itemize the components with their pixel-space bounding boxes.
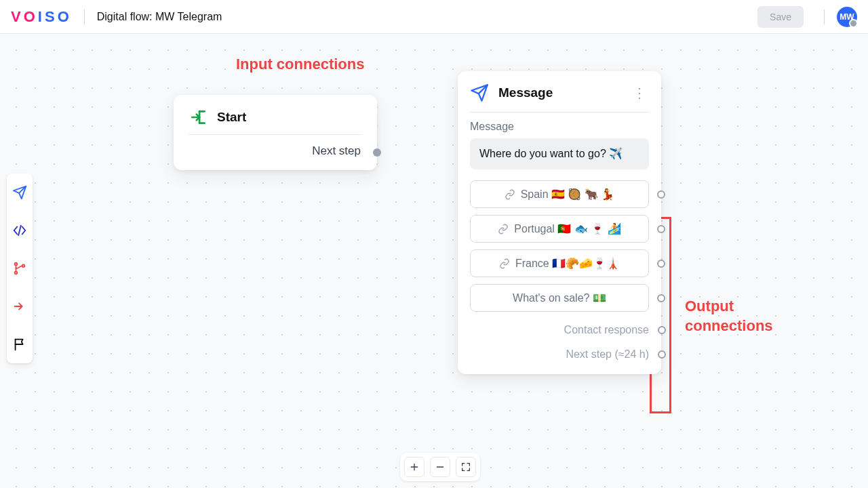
- header-divider: [84, 9, 85, 24]
- start-node-header: Start: [174, 95, 377, 134]
- redirect-tool[interactable]: [7, 287, 33, 325]
- branch-icon: [12, 261, 27, 276]
- contact-response-row: Contact response: [470, 321, 649, 339]
- minus-icon: [435, 462, 446, 472]
- logo: VOISO: [11, 8, 72, 26]
- option-row[interactable]: France 🇫🇷🥐🧀🍷🗼: [470, 249, 649, 277]
- flag-tool[interactable]: [7, 325, 33, 363]
- plus-icon: [409, 462, 420, 472]
- send-icon: [470, 83, 489, 102]
- option-row[interactable]: Spain 🇪🇸 🥘 🐂 💃: [470, 180, 649, 208]
- message-node-title: Message: [498, 85, 620, 100]
- message-options: Spain 🇪🇸 🥘 🐂 💃 Portugal 🇵🇹 🐟 🍷 🏄 France …: [458, 178, 661, 316]
- option-row[interactable]: What's on sale? 💵: [470, 284, 649, 312]
- option-label: France 🇫🇷🥐🧀🍷🗼: [515, 257, 620, 270]
- output-port[interactable]: [658, 326, 666, 334]
- zoom-out-button[interactable]: [430, 457, 450, 477]
- message-body: Where do you want to go? ✈️: [470, 138, 649, 169]
- avatar[interactable]: MW: [837, 7, 857, 27]
- start-node[interactable]: Start Next step: [174, 95, 377, 170]
- zoom-in-button[interactable]: [404, 457, 425, 477]
- output-port[interactable]: [373, 148, 381, 157]
- redirect-icon: [12, 299, 27, 314]
- output-port[interactable]: [657, 225, 665, 233]
- message-tool[interactable]: [7, 174, 33, 211]
- code-icon: [12, 223, 27, 238]
- header-divider-2: [824, 9, 825, 24]
- save-button[interactable]: Save: [757, 6, 804, 28]
- fullscreen-icon: [460, 462, 471, 472]
- link-icon: [505, 189, 515, 200]
- output-port[interactable]: [657, 260, 665, 268]
- output-port[interactable]: [657, 190, 665, 199]
- zoom-controls: [400, 453, 480, 481]
- branch-tool[interactable]: [7, 249, 33, 287]
- divider: [470, 112, 649, 113]
- option-label: Portugal 🇵🇹 🐟 🍷 🏄: [514, 222, 620, 235]
- code-tool[interactable]: [7, 211, 33, 249]
- app-header: VOISO Digital flow: MW Telegram Save MW: [0, 0, 868, 34]
- output-port[interactable]: [658, 350, 666, 359]
- message-node[interactable]: Message ⋮ Message Where do you want to g…: [458, 71, 661, 374]
- trailing-label: Contact response: [564, 324, 649, 336]
- start-icon: [190, 108, 208, 126]
- page-title: Digital flow: MW Telegram: [97, 11, 222, 23]
- trailing-label: Next step (≈24 h): [566, 348, 649, 360]
- send-icon: [12, 185, 27, 200]
- option-label: What's on sale? 💵: [513, 291, 606, 304]
- start-node-next: Next step: [174, 135, 377, 170]
- message-node-header: Message ⋮: [458, 71, 661, 109]
- message-trailing: Contact response Next step (≈24 h): [458, 316, 661, 363]
- node-menu-button[interactable]: ⋮: [630, 85, 649, 101]
- option-label: Spain 🇪🇸 🥘 🐂 💃: [521, 188, 615, 201]
- zoom-fit-button[interactable]: [456, 457, 476, 477]
- annotation-input-label: Input connections: [236, 56, 364, 73]
- link-icon: [498, 224, 509, 235]
- message-section-label: Message: [458, 119, 661, 138]
- flag-icon: [12, 337, 27, 352]
- link-icon: [499, 258, 510, 269]
- node-toolbar: [7, 174, 33, 363]
- start-node-title: Start: [217, 110, 246, 125]
- next-step-label: Next step: [312, 144, 361, 157]
- connections-layer: [0, 34, 203, 136]
- flow-canvas[interactable]: Input connections Output connections Sta…: [0, 34, 868, 488]
- output-port[interactable]: [657, 294, 665, 302]
- option-row[interactable]: Portugal 🇵🇹 🐟 🍷 🏄: [470, 215, 649, 243]
- annotation-output-label: Output connections: [685, 297, 773, 336]
- next-step-row: Next step (≈24 h): [470, 346, 649, 363]
